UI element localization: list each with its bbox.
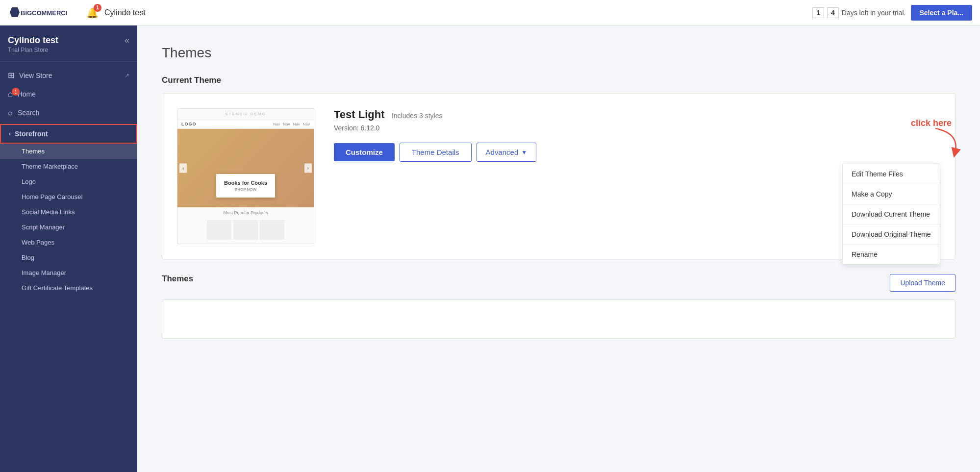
- sidebar-sub-item-blog[interactable]: Blog: [0, 250, 137, 265]
- trial-text: Days left in your trial.: [842, 9, 906, 17]
- sidebar-sub-item-logo[interactable]: Logo: [0, 174, 137, 189]
- advanced-caret-icon: ▼: [521, 149, 527, 156]
- sidebar-sub-item-themes[interactable]: Themes: [0, 144, 137, 159]
- theme-card: STENCIL DEMO LOGO NavNavNavNav ‹ Books f…: [162, 93, 955, 259]
- sidebar-sub-item-gift-certs[interactable]: Gift Certificate Templates: [0, 280, 137, 296]
- sidebar: Cylindo test Trial Plan Store « ⊞ View S…: [0, 25, 137, 472]
- theme-name: Test Light: [334, 108, 384, 121]
- sidebar-sub-item-social-media[interactable]: Social Media Links: [0, 204, 137, 220]
- preview-hero-image: ‹ Books for Cooks SHOP NOW ›: [177, 129, 314, 207]
- theme-styles-note: Includes 3 styles: [392, 112, 443, 120]
- bigcommerce-logo: BIGCOMMERCE: [8, 5, 67, 20]
- sidebar-view-store-label: View Store: [19, 72, 52, 79]
- theme-actions: Customize Theme Details Advanced ▼ Edit …: [334, 143, 940, 162]
- preview-logo: LOGO: [181, 122, 197, 126]
- store-name: Cylindo test: [104, 8, 146, 17]
- sidebar-storefront-section: ‹ Storefront Themes Theme Marketplace Lo…: [0, 124, 137, 296]
- store-icon: ⊞: [8, 71, 14, 80]
- preview-book-cover: Books for Cooks SHOP NOW: [216, 174, 275, 198]
- themes-section: Themes Upload Theme: [162, 274, 955, 339]
- preview-prev-button[interactable]: ‹: [179, 164, 187, 173]
- sidebar-sub-item-carousel[interactable]: Home Page Carousel: [0, 189, 137, 204]
- trial-day-1: 1: [812, 7, 824, 18]
- sidebar-collapse-button[interactable]: «: [125, 35, 129, 46]
- dropdown-item-download-original[interactable]: Download Original Theme: [843, 224, 940, 245]
- main-content: Themes Current Theme STENCIL DEMO LOGO N…: [137, 25, 980, 472]
- trial-info: 1 4 Days left in your trial.: [812, 7, 905, 18]
- current-theme-section-title: Current Theme: [162, 75, 955, 85]
- advanced-button[interactable]: Advanced ▼: [477, 143, 537, 162]
- sidebar-sub-item-theme-marketplace[interactable]: Theme Marketplace: [0, 159, 137, 174]
- themes-section-header: Themes Upload Theme: [162, 274, 955, 292]
- external-link-icon: ↗: [125, 72, 129, 79]
- preview-topbar: LOGO NavNavNavNav: [177, 120, 314, 129]
- sidebar-store-info: Cylindo test Trial Plan Store: [8, 35, 58, 53]
- preview-product-2: [233, 220, 258, 240]
- sidebar-search-label: Search: [18, 109, 39, 117]
- sidebar-plan: Trial Plan Store: [8, 47, 58, 53]
- home-badge: 1: [12, 88, 20, 96]
- sidebar-header: Cylindo test Trial Plan Store «: [0, 25, 137, 62]
- theme-details-button[interactable]: Theme Details: [400, 143, 472, 162]
- top-nav-left: BIGCOMMERCE: [8, 5, 67, 20]
- upload-theme-button[interactable]: Upload Theme: [890, 274, 955, 292]
- advanced-label: Advanced: [486, 148, 519, 156]
- storefront-chevron-icon: ‹: [9, 130, 11, 137]
- sidebar-item-view-store[interactable]: ⊞ View Store ↗: [0, 66, 137, 85]
- search-nav-icon: ⌕: [8, 108, 13, 117]
- advanced-dropdown-menu: Edit Theme Files Make a Copy Download Cu…: [842, 164, 940, 265]
- sidebar-sub-item-script-manager[interactable]: Script Manager: [0, 220, 137, 235]
- select-plan-button[interactable]: Select a Pla...: [911, 5, 973, 21]
- sidebar-storefront-header[interactable]: ‹ Storefront: [0, 124, 137, 144]
- dropdown-item-download-current[interactable]: Download Current Theme: [843, 204, 940, 224]
- top-nav-right: 1 4 Days left in your trial. Select a Pl…: [812, 5, 972, 21]
- sidebar-sub-item-web-pages[interactable]: Web Pages: [0, 235, 137, 250]
- theme-version: Version: 6.12.0: [334, 124, 940, 132]
- storefront-label: Storefront: [15, 130, 48, 138]
- sidebar-item-home[interactable]: ⌂ 1 Home: [0, 85, 137, 103]
- themes-section-title: Themes: [162, 274, 193, 284]
- dropdown-item-make-copy[interactable]: Make a Copy: [843, 184, 940, 204]
- stencil-demo-text: STENCIL DEMO: [177, 109, 314, 120]
- customize-button[interactable]: Customize: [334, 143, 395, 161]
- theme-info: Test Light Includes 3 styles Version: 6.…: [334, 108, 940, 162]
- preview-product-1: [207, 220, 231, 240]
- sidebar-nav: ⊞ View Store ↗ ⌂ 1 Home ⌕ Search ‹ Store…: [0, 62, 137, 299]
- svg-marker-0: [10, 7, 20, 17]
- trial-day-2: 4: [827, 7, 839, 18]
- sidebar-store-name: Cylindo test: [8, 35, 58, 46]
- dropdown-item-edit-files[interactable]: Edit Theme Files: [843, 164, 940, 184]
- preview-next-button[interactable]: ›: [304, 164, 312, 173]
- preview-nav: NavNavNavNav: [273, 122, 310, 126]
- layout: Cylindo test Trial Plan Store « ⊞ View S…: [0, 25, 980, 472]
- page-title: Themes: [162, 45, 955, 61]
- preview-products: [177, 218, 314, 244]
- theme-preview: STENCIL DEMO LOGO NavNavNavNav ‹ Books f…: [177, 108, 314, 244]
- svg-text:BIGCOMMERCE: BIGCOMMERCE: [21, 9, 67, 17]
- sidebar-home-label: Home: [18, 90, 36, 98]
- dropdown-item-rename[interactable]: Rename: [843, 245, 940, 264]
- preview-popular-text: Most Popular Products: [177, 207, 314, 218]
- themes-grid: [162, 299, 955, 339]
- sidebar-sub-item-image-manager[interactable]: Image Manager: [0, 265, 137, 280]
- notification-badge: 1: [94, 4, 101, 12]
- top-nav: BIGCOMMERCE 🔔 1 Cylindo test 1 4 Days le…: [0, 0, 980, 25]
- preview-hero: ‹ Books for Cooks SHOP NOW ›: [177, 129, 314, 207]
- preview-product-3: [260, 220, 284, 240]
- sidebar-item-search[interactable]: ⌕ Search: [0, 103, 137, 122]
- notification-bell[interactable]: 🔔 1: [86, 7, 99, 19]
